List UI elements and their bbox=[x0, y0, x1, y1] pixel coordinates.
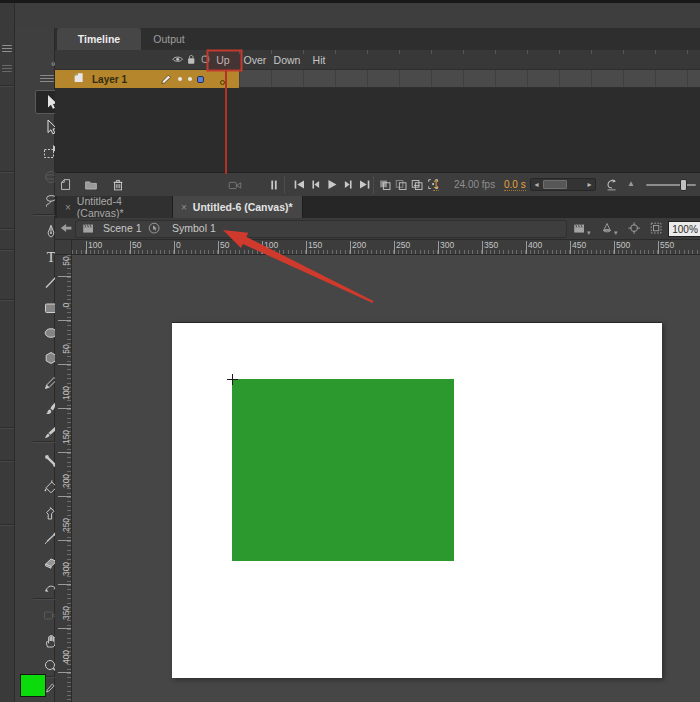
back-button[interactable] bbox=[59, 221, 75, 237]
go-to-first-frame-button[interactable] bbox=[292, 177, 308, 193]
ruler-major-tick bbox=[658, 241, 659, 254]
ruler-major-tick bbox=[58, 320, 71, 321]
ruler-label: 150 bbox=[61, 427, 71, 447]
button-symbol-icon bbox=[147, 221, 163, 237]
ruler-label: 150 bbox=[308, 240, 322, 250]
registration-point-icon bbox=[232, 374, 233, 385]
frame-label-hit[interactable]: Hit bbox=[303, 50, 335, 70]
new-folder-button[interactable] bbox=[83, 177, 99, 193]
layer-editing-pencil-icon bbox=[159, 72, 175, 88]
pause-frames-button[interactable] bbox=[266, 177, 282, 193]
ruler-major-tick bbox=[58, 496, 71, 497]
ruler-label: 350 bbox=[61, 603, 71, 623]
fill-color-swatch[interactable] bbox=[20, 674, 46, 697]
ruler-major-tick bbox=[58, 672, 71, 673]
scrollbar-right-arrow[interactable]: ▸ bbox=[584, 179, 595, 190]
edit-bar: Scene 1 Symbol 1 ▾ ▾ 100% bbox=[55, 218, 700, 240]
layer-type-icon bbox=[72, 71, 88, 87]
timeline-scrollbar[interactable]: ◂ ▸ bbox=[530, 178, 596, 191]
close-document-icon[interactable]: × bbox=[181, 202, 187, 213]
divider bbox=[373, 176, 374, 194]
empty-keyframe-icon bbox=[220, 80, 225, 85]
edit-scene-dropdown-icon[interactable]: ▾ bbox=[587, 229, 591, 237]
layer-outline-color-swatch[interactable] bbox=[197, 76, 204, 83]
timeline-frame-header: UpOverDownHit bbox=[55, 50, 700, 70]
edit-symbol-button[interactable] bbox=[599, 221, 615, 237]
dock-divider bbox=[0, 299, 14, 301]
collapsed-panel-dock[interactable] bbox=[0, 3, 15, 702]
onion-skin-button[interactable] bbox=[378, 177, 394, 193]
edit-multiple-frames-button[interactable] bbox=[410, 177, 426, 193]
document-tab-label: Untitled-6 (Canvas)* bbox=[193, 201, 293, 213]
ruler-label: 100 bbox=[264, 240, 278, 250]
dock-grip-icon[interactable] bbox=[2, 45, 12, 52]
camera-button[interactable] bbox=[227, 177, 243, 193]
collapse-triangle-icon[interactable]: ▲ bbox=[627, 179, 635, 188]
layer-row-layer1[interactable]: Layer 1 bbox=[55, 70, 207, 88]
ruler-label: 50 bbox=[220, 240, 229, 250]
stage-canvas[interactable] bbox=[172, 322, 662, 678]
dock-grip-icon[interactable] bbox=[2, 65, 12, 72]
frame-size-slider-track[interactable] bbox=[646, 184, 696, 186]
delete-layer-button[interactable] bbox=[110, 177, 126, 193]
new-layer-button[interactable] bbox=[58, 177, 74, 193]
step-back-button[interactable] bbox=[308, 177, 324, 193]
step-forward-button[interactable] bbox=[340, 177, 356, 193]
keyframe-cell-frame1[interactable] bbox=[207, 70, 239, 88]
ruler-corner bbox=[55, 240, 72, 255]
document-tab-bar: × Untitled-4 (Canvas)* × Untitled-6 (Can… bbox=[55, 196, 700, 218]
go-to-last-frame-button[interactable] bbox=[356, 177, 372, 193]
onion-skin-outlines-button[interactable] bbox=[394, 177, 410, 193]
layer-name-label[interactable]: Layer 1 bbox=[92, 74, 127, 85]
timeline-layer-row: Layer 1 bbox=[55, 70, 700, 88]
current-frame-field[interactable]: 1 bbox=[433, 179, 439, 191]
frame-label-over[interactable]: Over bbox=[239, 50, 271, 70]
timeline-empty-area[interactable] bbox=[55, 88, 700, 172]
dock-divider bbox=[0, 228, 14, 230]
ruler-major-tick bbox=[570, 241, 571, 254]
frame-rate-label[interactable]: 24.00 fps bbox=[454, 179, 495, 190]
toolbar-grip-icon[interactable] bbox=[40, 75, 54, 83]
ruler-label: 0 bbox=[176, 240, 181, 250]
elapsed-time-field[interactable]: 0.0 s bbox=[504, 179, 526, 191]
ruler-label: 100 bbox=[61, 383, 71, 403]
layer-frame-strip[interactable] bbox=[207, 70, 700, 88]
dock-divider bbox=[0, 171, 14, 173]
tab-output[interactable]: Output bbox=[143, 28, 195, 50]
ruler-label: 250 bbox=[396, 240, 410, 250]
ruler-major-tick bbox=[58, 276, 71, 277]
center-stage-button[interactable] bbox=[627, 221, 643, 237]
timeline-controls-bar: 1 24.00 fps 0.0 s ◂ ▸ ▲ bbox=[55, 172, 700, 196]
edit-scene-button[interactable] bbox=[572, 221, 588, 237]
ruler-major-tick bbox=[614, 241, 615, 254]
green-rectangle-shape[interactable] bbox=[232, 379, 454, 561]
pasteboard[interactable] bbox=[72, 255, 700, 702]
clip-content-button[interactable] bbox=[649, 221, 665, 237]
ruler-major-tick bbox=[306, 241, 307, 254]
dock-divider bbox=[0, 427, 14, 429]
frame-label-up[interactable]: Up bbox=[207, 50, 239, 70]
play-button[interactable] bbox=[324, 177, 340, 193]
ruler-label: 300 bbox=[61, 559, 71, 579]
reset-timeline-icon[interactable] bbox=[604, 177, 620, 193]
breadcrumb-scene[interactable]: Scene 1 bbox=[103, 222, 142, 234]
document-tab-untitled6[interactable]: × Untitled-6 (Canvas)* bbox=[173, 196, 303, 218]
frame-label-down[interactable]: Down bbox=[271, 50, 303, 70]
ruler-major-tick bbox=[58, 364, 71, 365]
dock-divider bbox=[0, 524, 14, 526]
timeline-panel: Timeline Output UpOverDownHit Layer 1 bbox=[55, 28, 700, 196]
layer-visibility-dot[interactable] bbox=[178, 77, 182, 81]
ruler-label: 300 bbox=[440, 240, 454, 250]
close-document-icon[interactable]: × bbox=[65, 202, 71, 213]
scrollbar-thumb[interactable] bbox=[543, 180, 567, 189]
layer-lock-dot[interactable] bbox=[188, 77, 192, 81]
ruler-major-tick bbox=[482, 241, 483, 254]
breadcrumb-symbol[interactable]: Symbol 1 bbox=[172, 222, 216, 234]
tab-timeline[interactable]: Timeline bbox=[57, 28, 141, 50]
zoom-level-field[interactable]: 100% bbox=[668, 221, 700, 237]
frame-size-slider-knob[interactable] bbox=[680, 179, 687, 191]
document-tab-label: Untitled-4 (Canvas)* bbox=[77, 195, 164, 219]
scrollbar-left-arrow[interactable]: ◂ bbox=[531, 179, 542, 190]
edit-symbol-dropdown-icon[interactable]: ▾ bbox=[614, 229, 618, 237]
document-tab-untitled4[interactable]: × Untitled-4 (Canvas)* bbox=[57, 196, 173, 218]
